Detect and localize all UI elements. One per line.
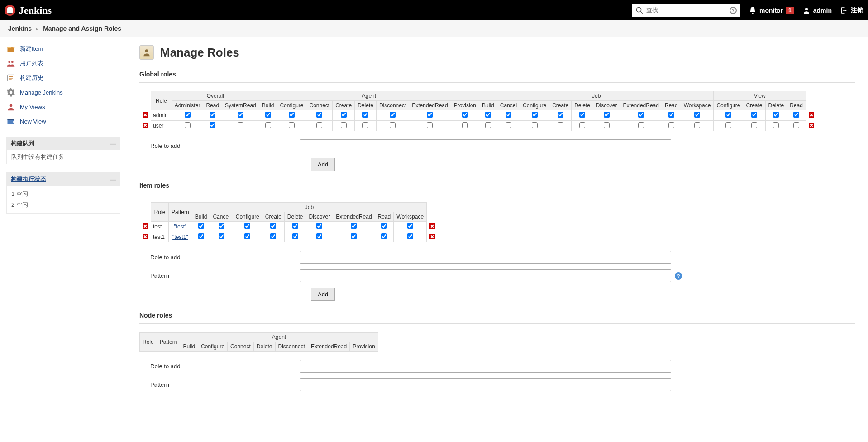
permission-checkbox[interactable] xyxy=(316,223,322,229)
help-icon[interactable]: ? xyxy=(675,272,682,280)
permission-checkbox[interactable] xyxy=(579,122,585,128)
permission-checkbox[interactable] xyxy=(532,122,538,128)
search-input[interactable] xyxy=(646,7,730,14)
permission-checkbox[interactable] xyxy=(668,122,674,128)
permission-checkbox[interactable] xyxy=(244,233,250,239)
user-menu[interactable]: admin xyxy=(802,6,832,14)
global-role-to-add-input[interactable] xyxy=(300,139,671,152)
permission-checkbox[interactable] xyxy=(485,112,491,118)
permission-checkbox[interactable] xyxy=(265,122,271,128)
permission-checkbox[interactable] xyxy=(462,122,468,128)
permission-checkbox[interactable] xyxy=(485,122,491,128)
permission-checkbox[interactable] xyxy=(219,233,224,239)
breadcrumb-root[interactable]: Jenkins xyxy=(8,25,32,32)
permission-checkbox[interactable] xyxy=(427,112,433,118)
permission-checkbox[interactable] xyxy=(238,122,243,128)
permission-checkbox[interactable] xyxy=(381,223,387,229)
permission-checkbox[interactable] xyxy=(351,233,357,239)
search-box[interactable]: ? xyxy=(632,4,740,17)
item-pattern-input[interactable] xyxy=(300,269,671,282)
permission-checkbox[interactable] xyxy=(341,112,347,118)
collapse-icon[interactable]: — xyxy=(110,140,116,147)
delete-role-icon[interactable] xyxy=(429,223,435,229)
permission-checkbox[interactable] xyxy=(219,223,224,229)
delete-role-icon[interactable] xyxy=(143,112,148,118)
permission-checkbox[interactable] xyxy=(638,122,644,128)
global-add-button[interactable]: Add xyxy=(311,158,335,171)
permission-checkbox[interactable] xyxy=(604,122,610,128)
delete-role-icon[interactable] xyxy=(143,123,148,128)
permission-checkbox[interactable] xyxy=(506,122,511,128)
permission-checkbox[interactable] xyxy=(270,223,276,229)
permission-checkbox[interactable] xyxy=(604,112,610,118)
permission-checkbox[interactable] xyxy=(751,122,757,128)
permission-checkbox[interactable] xyxy=(793,122,799,128)
permission-checkbox[interactable] xyxy=(185,112,191,118)
permission-checkbox[interactable] xyxy=(292,223,298,229)
permission-checkbox[interactable] xyxy=(579,112,585,118)
permission-checkbox[interactable] xyxy=(341,122,347,128)
sidebar-item-my-views[interactable]: My Views xyxy=(6,100,120,114)
item-role-to-add-input[interactable] xyxy=(300,251,671,264)
permission-checkbox[interactable] xyxy=(773,122,779,128)
permission-checkbox[interactable] xyxy=(351,223,357,229)
permission-checkbox[interactable] xyxy=(381,233,387,239)
permission-checkbox[interactable] xyxy=(725,112,731,118)
sidebar-item-manage[interactable]: Manage Jenkins xyxy=(6,85,120,100)
permission-checkbox[interactable] xyxy=(316,112,322,118)
delete-role-icon[interactable] xyxy=(143,223,148,229)
permission-checkbox[interactable] xyxy=(638,112,644,118)
permission-checkbox[interactable] xyxy=(725,122,731,128)
logout-button[interactable]: 注销 xyxy=(840,6,863,14)
permission-checkbox[interactable] xyxy=(532,112,538,118)
permission-checkbox[interactable] xyxy=(238,112,243,118)
permission-checkbox[interactable] xyxy=(362,112,368,118)
permission-checkbox[interactable] xyxy=(694,122,700,128)
permission-checkbox[interactable] xyxy=(210,122,215,128)
sidebar-item-people[interactable]: 用户列表 xyxy=(6,56,120,71)
permission-checkbox[interactable] xyxy=(558,122,563,128)
permission-checkbox[interactable] xyxy=(390,112,396,118)
permission-checkbox[interactable] xyxy=(316,233,322,239)
brand-area[interactable]: Jenkins xyxy=(5,5,52,16)
permission-checkbox[interactable] xyxy=(265,112,271,118)
delete-role-icon[interactable] xyxy=(143,234,148,239)
item-add-button[interactable]: Add xyxy=(311,288,335,301)
permission-checkbox[interactable] xyxy=(198,223,204,229)
breadcrumb-page[interactable]: Manage and Assign Roles xyxy=(43,25,121,32)
permission-checkbox[interactable] xyxy=(362,122,368,128)
executor-header[interactable]: 构建执行状态 — xyxy=(6,172,120,186)
permission-checkbox[interactable] xyxy=(427,122,433,128)
permission-checkbox[interactable] xyxy=(751,112,757,118)
permission-checkbox[interactable] xyxy=(292,233,298,239)
permission-checkbox[interactable] xyxy=(668,112,674,118)
permission-checkbox[interactable] xyxy=(462,112,468,118)
permission-checkbox[interactable] xyxy=(793,112,799,118)
sidebar-item-build-history[interactable]: 构建历史 xyxy=(6,71,120,85)
permission-checkbox[interactable] xyxy=(185,122,191,128)
permission-checkbox[interactable] xyxy=(773,112,779,118)
node-pattern-input[interactable] xyxy=(300,378,671,391)
node-role-to-add-input[interactable] xyxy=(300,360,671,373)
collapse-icon[interactable]: — xyxy=(110,176,116,183)
notifications-button[interactable]: monitor 1 xyxy=(749,6,794,14)
permission-checkbox[interactable] xyxy=(244,223,250,229)
permission-checkbox[interactable] xyxy=(407,233,413,239)
delete-role-icon[interactable] xyxy=(429,234,435,239)
permission-checkbox[interactable] xyxy=(210,112,215,118)
permission-checkbox[interactable] xyxy=(694,112,700,118)
permission-checkbox[interactable] xyxy=(506,112,511,118)
search-help-icon[interactable]: ? xyxy=(730,7,737,14)
delete-role-icon[interactable] xyxy=(809,123,814,128)
permission-checkbox[interactable] xyxy=(316,122,322,128)
sidebar-item-new-item[interactable]: 新建Item xyxy=(6,42,120,56)
permission-checkbox[interactable] xyxy=(270,233,276,239)
pattern-link[interactable]: "test" xyxy=(174,223,186,230)
sidebar-item-new-view[interactable]: +New View xyxy=(6,114,120,128)
permission-checkbox[interactable] xyxy=(289,112,295,118)
permission-checkbox[interactable] xyxy=(407,223,413,229)
permission-checkbox[interactable] xyxy=(198,233,204,239)
permission-checkbox[interactable] xyxy=(390,122,396,128)
permission-checkbox[interactable] xyxy=(558,112,563,118)
delete-role-icon[interactable] xyxy=(809,112,814,118)
